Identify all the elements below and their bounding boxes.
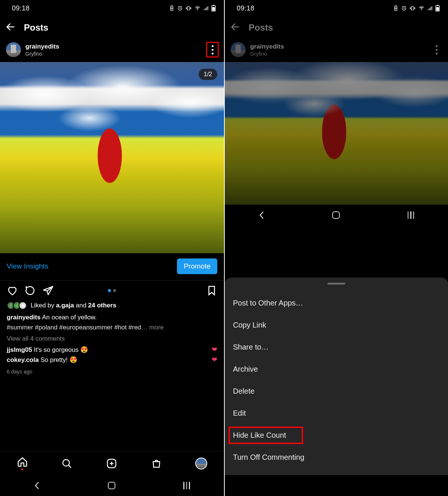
carousel-dots [108,289,116,292]
bookmark-icon[interactable] [206,285,217,296]
post-header: grainyedits Gryfino [0,39,224,62]
nav-home-icon[interactable] [332,211,340,219]
post-user-block[interactable]: grainyedits Gryfino [250,43,426,57]
tab-search[interactable] [61,458,72,469]
carousel-counter: 1/2 [199,69,217,80]
author-avatar[interactable] [231,42,246,57]
more-options-button[interactable] [430,42,443,58]
options-bottom-sheet: Post to Other Apps… Copy Link Share to… … [225,278,448,475]
comment-like-icon[interactable]: ❤ [212,355,217,365]
sheet-hide-like-count[interactable]: Hide Like Count [225,424,448,446]
post-photo [225,62,448,205]
post-username: grainyedits [25,43,202,50]
share-icon[interactable] [43,285,54,296]
tab-create[interactable] [106,458,117,469]
page-title: Posts [249,22,273,33]
tab-shop[interactable] [151,458,162,469]
status-time: 09:18 [237,4,255,12]
android-nav-bar [0,475,224,496]
battery-icon [211,5,216,12]
bottom-tab-bar [0,451,224,475]
sheet-post-other-apps[interactable]: Post to Other Apps… [225,292,448,314]
liked-by-row[interactable]: Liked by a.gaja and 24 others [7,301,217,310]
vibrate-icon [185,5,192,11]
app-header: Posts [225,16,448,39]
comment-2[interactable]: cokey.cola So pretty! 😍 ❤ [7,355,217,365]
sheet-share-to[interactable]: Share to… [225,336,448,358]
svg-point-14 [421,9,422,10]
status-bar: 09:18 [0,0,224,16]
battery-saver-icon [393,5,399,11]
kebab-icon [212,45,214,55]
nav-home-icon[interactable] [108,482,115,489]
post-header: grainyedits Gryfino [225,39,448,62]
status-bar: 09:18 [225,0,448,16]
svg-rect-3 [187,6,190,10]
sheet-archive[interactable]: Archive [225,358,448,380]
svg-rect-7 [213,5,214,6]
nav-back-icon[interactable] [34,481,40,490]
signal-icon [427,5,433,11]
post-location: Gryfino [25,51,202,57]
post-location: Gryfino [250,51,426,57]
kebab-icon [436,45,438,55]
post-media[interactable]: 1/2 [0,62,224,253]
home-notification-dot [21,468,23,470]
nav-recents-icon[interactable] [408,211,414,219]
comment-icon[interactable] [25,285,36,296]
post-username: grainyedits [250,43,426,50]
insights-row: View Insights Promote [0,253,224,280]
sheet-handle[interactable] [327,283,345,285]
view-insights-link[interactable]: View Insights [7,262,49,270]
alarm-icon [401,5,407,11]
alarm-icon [177,5,183,11]
wifi-icon [418,5,425,11]
promote-button[interactable]: Promote [177,258,217,274]
liked-by-text: Liked by a.gaja and 24 others [31,301,116,310]
status-icons [169,5,216,12]
sheet-edit[interactable]: Edit [225,402,448,424]
like-icon[interactable] [7,285,18,296]
post-meta: Liked by a.gaja and 24 others grainyedit… [0,299,224,376]
sheet-copy-link[interactable]: Copy Link [225,314,448,336]
view-all-comments[interactable]: View all 4 comments [7,334,217,344]
tab-home[interactable] [17,456,28,470]
svg-rect-6 [212,7,215,11]
svg-point-4 [197,9,198,10]
back-arrow-icon[interactable] [5,22,16,34]
nav-recents-icon[interactable] [183,482,190,489]
battery-saver-icon [169,5,175,11]
svg-rect-16 [436,7,439,11]
author-avatar[interactable] [6,42,21,57]
post-hashtags[interactable]: #summer #poland #europeansummer #hot #re… [7,323,217,332]
battery-icon [435,5,440,12]
wifi-icon [194,5,201,11]
back-arrow-icon[interactable] [230,22,240,34]
signal-icon [203,5,209,11]
post-timestamp: 6 days ago [7,368,217,376]
svg-rect-1 [171,6,172,6]
post-media [225,62,448,205]
post-caption: grainyedits An ocean of yellow. [7,313,217,322]
vibrate-icon [409,5,416,11]
comment-like-icon[interactable]: ❤ [212,345,217,355]
status-icons [393,5,440,12]
nav-back-icon[interactable] [259,211,265,219]
svg-point-8 [63,459,70,466]
svg-rect-17 [437,5,438,6]
svg-rect-11 [395,6,396,6]
page-title: Posts [24,22,48,33]
post-actions [0,280,224,299]
post-user-block[interactable]: grainyedits Gryfino [25,43,202,57]
comment-1[interactable]: jjslmg05 It's so gorgeous 😍 ❤ [7,345,217,355]
post-photo [0,62,224,253]
profile-avatar-icon [195,458,207,469]
more-options-button[interactable] [206,42,219,58]
phone-right: 09:18 Posts [224,0,448,496]
phone-left: 09:18 Posts [0,0,224,496]
sheet-turn-off-commenting[interactable]: Turn Off Commenting [225,446,448,468]
status-time: 09:18 [12,4,30,12]
sheet-delete[interactable]: Delete [225,380,448,402]
tab-profile[interactable] [195,458,207,469]
svg-rect-13 [411,6,414,10]
